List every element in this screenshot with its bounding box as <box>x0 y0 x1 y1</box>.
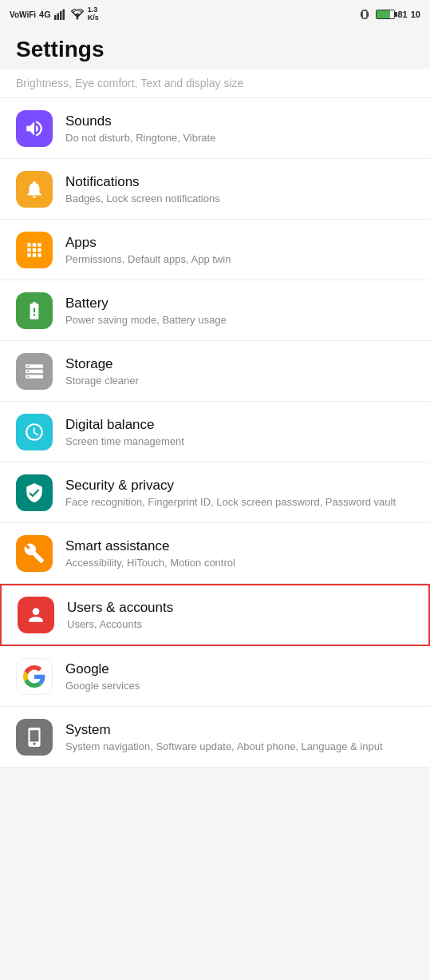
svg-rect-5 <box>362 10 367 18</box>
battery-fill <box>377 10 391 18</box>
security-icon-wrap <box>16 474 53 511</box>
digital-balance-title: Digital balance <box>65 417 414 433</box>
digital-balance-icon <box>24 422 45 442</box>
users-accounts-subtitle: Users, Accounts <box>67 618 412 630</box>
sounds-title: Sounds <box>65 113 414 129</box>
notifications-icon-wrap <box>16 171 53 208</box>
wifi-icon <box>70 9 85 20</box>
settings-item-system[interactable]: System System navigation, Software updat… <box>0 707 430 768</box>
battery-status-icon <box>376 10 395 19</box>
storage-title: Storage <box>65 356 414 372</box>
svg-rect-3 <box>62 10 65 21</box>
sounds-subtitle: Do not disturb, Ringtone, Vibrate <box>65 132 414 144</box>
system-icon-wrap <box>16 719 53 756</box>
settings-item-battery[interactable]: Battery Power saving mode, Battery usage <box>0 280 430 341</box>
settings-item-google[interactable]: Google Google services <box>0 646 430 707</box>
users-accounts-text: Users & accounts Users, Accounts <box>67 600 412 630</box>
security-icon <box>24 482 45 503</box>
settings-item-smart-assistance[interactable]: Smart assistance Accessibility, HiTouch,… <box>0 523 430 584</box>
battery-subtitle: Power saving mode, Battery usage <box>65 314 414 326</box>
settings-item-sounds[interactable]: Sounds Do not disturb, Ringtone, Vibrate <box>0 98 430 159</box>
time-display: 10 <box>411 10 420 19</box>
apps-subtitle: Permissions, Default apps, App twin <box>65 253 414 265</box>
speed-label: 1.3K/s <box>88 6 99 22</box>
battery-text: Battery Power saving mode, Battery usage <box>65 296 414 326</box>
notifications-text: Notifications Badges, Lock screen notifi… <box>65 174 414 204</box>
smart-assistance-text: Smart assistance Accessibility, HiTouch,… <box>65 538 414 569</box>
vibrate-icon <box>358 8 371 21</box>
vowifi-label: VoWiFi <box>10 10 36 19</box>
apps-icon-wrap <box>16 232 53 268</box>
storage-icon <box>24 361 45 382</box>
smart-assistance-title: Smart assistance <box>65 538 414 554</box>
svg-rect-0 <box>54 15 57 20</box>
storage-text: Storage Storage cleaner <box>65 356 414 387</box>
svg-rect-7 <box>367 12 369 17</box>
google-title: Google <box>65 661 414 677</box>
apps-icon <box>24 240 45 260</box>
settings-item-digital-balance[interactable]: Digital balance Screen time management <box>0 402 430 462</box>
settings-item-notifications[interactable]: Notifications Badges, Lock screen notifi… <box>0 159 430 220</box>
system-subtitle: System navigation, Software update, Abou… <box>65 740 414 752</box>
svg-rect-2 <box>60 11 62 20</box>
system-title: System <box>65 722 414 738</box>
signal-icon <box>54 9 67 20</box>
battery-title: Battery <box>65 296 414 311</box>
security-privacy-title: Security & privacy <box>65 478 414 494</box>
apps-text: Apps Permissions, Default apps, App twin <box>65 235 414 265</box>
users-accounts-icon <box>26 605 46 625</box>
digital-balance-text: Digital balance Screen time management <box>65 417 414 447</box>
smart-assistance-icon <box>24 543 45 564</box>
system-text: System System navigation, Software updat… <box>65 722 414 752</box>
status-left: VoWiFi 4G 1.3K/s <box>10 6 99 22</box>
users-accounts-icon-wrap <box>18 597 54 633</box>
status-bar: VoWiFi 4G 1.3K/s 81 10 <box>0 0 430 29</box>
google-text: Google Google services <box>65 661 414 692</box>
digital-balance-subtitle: Screen time management <box>65 435 414 447</box>
settings-item-storage[interactable]: Storage Storage cleaner <box>0 341 430 402</box>
battery-icon <box>24 300 45 321</box>
sounds-icon-wrap <box>16 110 53 147</box>
svg-point-4 <box>76 18 78 20</box>
status-right: 81 10 <box>358 8 421 21</box>
digital-balance-icon-wrap <box>16 414 53 450</box>
security-privacy-subtitle: Face recognition, Fingerprint ID, Lock s… <box>65 496 414 508</box>
security-privacy-text: Security & privacy Face recognition, Fin… <box>65 478 414 508</box>
system-icon <box>24 727 45 748</box>
smart-assistance-icon-wrap <box>16 535 53 572</box>
settings-item-apps[interactable]: Apps Permissions, Default apps, App twin <box>0 220 430 280</box>
settings-item-users-accounts[interactable]: Users & accounts Users, Accounts <box>0 584 430 646</box>
notifications-title: Notifications <box>65 174 414 190</box>
sounds-icon <box>24 118 45 139</box>
google-icon <box>23 665 45 688</box>
google-subtitle: Google services <box>65 680 414 692</box>
svg-rect-6 <box>361 12 362 17</box>
battery-percent: 81 <box>398 10 408 19</box>
storage-subtitle: Storage cleaner <box>65 375 414 387</box>
storage-icon-wrap <box>16 353 53 390</box>
notifications-icon <box>24 179 45 200</box>
settings-list: Sounds Do not disturb, Ringtone, Vibrate… <box>0 98 430 768</box>
notifications-subtitle: Badges, Lock screen notifications <box>65 192 414 204</box>
partial-display-item: Brightness, Eye comfort, Text and displa… <box>0 69 430 98</box>
apps-title: Apps <box>65 235 414 251</box>
google-icon-wrap <box>16 658 53 695</box>
page-title: Settings <box>0 29 430 69</box>
sounds-text: Sounds Do not disturb, Ringtone, Vibrate <box>65 113 414 144</box>
battery-icon-wrap <box>16 292 53 329</box>
signal-4g: 4G <box>39 10 51 19</box>
users-accounts-title: Users & accounts <box>67 600 412 616</box>
svg-rect-1 <box>57 14 59 21</box>
settings-item-security-privacy[interactable]: Security & privacy Face recognition, Fin… <box>0 462 430 523</box>
smart-assistance-subtitle: Accessibility, HiTouch, Motion control <box>65 557 414 569</box>
